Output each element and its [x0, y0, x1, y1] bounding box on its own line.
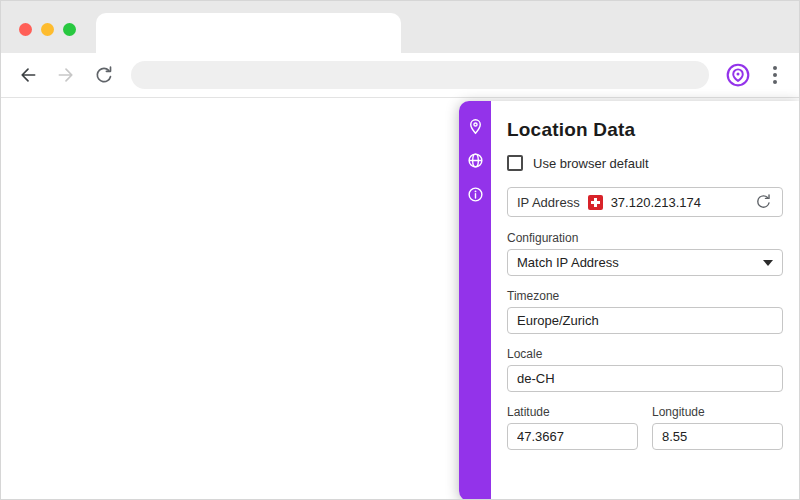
locale-label: Locale: [507, 347, 783, 361]
configuration-select[interactable]: Match IP Address: [507, 249, 783, 276]
use-browser-default-checkbox[interactable]: [507, 155, 523, 171]
extension-button[interactable]: [725, 62, 751, 88]
ip-address-box: IP Address 37.120.213.174: [507, 187, 783, 217]
ip-address-label: IP Address: [517, 195, 580, 210]
globe-icon: [467, 152, 484, 169]
forward-button[interactable]: [55, 64, 77, 86]
ip-address-value: 37.120.213.174: [611, 195, 701, 210]
longitude-label: Longitude: [652, 405, 783, 419]
window-controls: [19, 23, 76, 36]
longitude-field: Longitude: [652, 405, 783, 463]
globe-tab-button[interactable]: [466, 151, 484, 169]
back-arrow-icon: [18, 65, 38, 85]
latitude-label: Latitude: [507, 405, 638, 419]
close-window-button[interactable]: [19, 23, 32, 36]
timezone-label: Timezone: [507, 289, 783, 303]
info-icon: [467, 186, 484, 203]
info-tab-button[interactable]: [466, 185, 484, 203]
forward-arrow-icon: [56, 65, 76, 85]
use-browser-default-row: Use browser default: [507, 155, 783, 171]
longitude-input[interactable]: [652, 423, 783, 450]
latitude-input[interactable]: [507, 423, 638, 450]
tab-strip: [1, 1, 799, 53]
locale-input[interactable]: [507, 365, 783, 392]
back-button[interactable]: [17, 64, 39, 86]
chevron-down-icon: [763, 260, 773, 266]
minimize-window-button[interactable]: [41, 23, 54, 36]
use-browser-default-label: Use browser default: [533, 156, 649, 171]
popup-sidebar: [459, 101, 491, 500]
browser-tab[interactable]: [96, 13, 401, 53]
popup-body: Location Data Use browser default IP Add…: [491, 101, 799, 500]
popup-title: Location Data: [507, 119, 783, 141]
page-content: Location Data Use browser default IP Add…: [1, 99, 799, 500]
timezone-input[interactable]: [507, 307, 783, 334]
reload-icon: [94, 65, 114, 85]
refresh-icon: [755, 193, 772, 210]
browser-window: Location Data Use browser default IP Add…: [0, 0, 800, 500]
maximize-window-button[interactable]: [63, 23, 76, 36]
ip-refresh-button[interactable]: [755, 193, 773, 211]
swiss-flag-icon: [588, 195, 603, 210]
location-tab-button[interactable]: [466, 117, 484, 135]
address-bar-input[interactable]: [131, 61, 709, 89]
coordinates-row: Latitude Longitude: [507, 405, 783, 463]
configuration-label: Configuration: [507, 231, 783, 245]
browser-menu-button[interactable]: [767, 64, 783, 86]
browser-toolbar: [1, 53, 799, 98]
latitude-field: Latitude: [507, 405, 638, 463]
reload-button[interactable]: [93, 64, 115, 86]
configuration-value: Match IP Address: [517, 255, 619, 270]
location-data-popup: Location Data Use browser default IP Add…: [459, 101, 799, 500]
location-pin-icon: [467, 118, 484, 135]
privacy-extension-icon: [725, 62, 751, 88]
